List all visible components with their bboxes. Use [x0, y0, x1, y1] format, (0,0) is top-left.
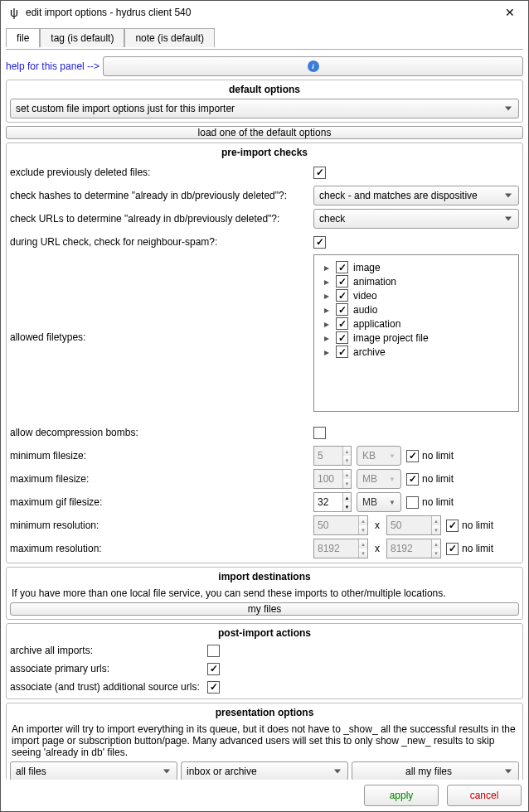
exclude-checkbox[interactable] — [313, 167, 326, 179]
archive-checkbox[interactable] — [207, 645, 220, 657]
maxfs-input — [314, 470, 342, 488]
maxres-w-input — [314, 539, 358, 558]
pres-sel2[interactable]: inbox or archive — [181, 761, 348, 780]
cancel-label: cancel — [470, 790, 499, 801]
filetype-checkbox[interactable] — [336, 346, 348, 358]
maxgif-input[interactable] — [314, 493, 342, 511]
pres-sel2-value: inbox or archive — [187, 766, 257, 777]
filetype-checkbox[interactable] — [336, 331, 348, 344]
minfs-unit-value: KB — [362, 450, 376, 462]
filetype-animation[interactable]: ▸animation — [323, 274, 510, 288]
apply-button[interactable]: apply — [364, 785, 439, 806]
decomp-label: allow decompression bombs: — [10, 427, 308, 438]
primary-row: associate primary urls: — [10, 660, 519, 677]
footer: apply cancel — [1, 780, 528, 811]
help-label: help for this panel --> — [6, 60, 99, 72]
tab-note[interactable]: note (is default) — [124, 28, 215, 47]
close-icon[interactable]: ✕ — [493, 2, 527, 23]
filetype-image[interactable]: ▸image — [323, 260, 510, 274]
pres-title: presentation options — [10, 705, 519, 720]
additional-checkbox[interactable] — [207, 681, 220, 694]
minfs-row: minimum filesize: ▲▼ KB▼ no limit — [10, 445, 519, 466]
post-title: post-import actions — [10, 626, 519, 640]
chevron-right-icon[interactable]: ▸ — [323, 262, 331, 273]
maxgif-unit[interactable]: MB▼ — [357, 492, 401, 512]
maxfs-unit-value: MB — [362, 473, 377, 485]
primary-checkbox[interactable] — [207, 663, 220, 675]
pres-selects: all files inbox or archive all my files — [10, 761, 519, 780]
pres-group: presentation options An importer will tr… — [6, 703, 523, 780]
decomp-checkbox[interactable] — [313, 427, 326, 439]
maxgif-nolimit-checkbox[interactable] — [406, 496, 419, 509]
pres-sel1[interactable]: all files — [10, 761, 177, 780]
load-defaults-button[interactable]: load one of the default options — [6, 126, 523, 139]
filetype-label: audio — [353, 304, 377, 316]
maxgif-spinner[interactable]: ▲▼ — [313, 492, 352, 512]
chevron-right-icon[interactable]: ▸ — [323, 304, 331, 316]
url-label: check URLs to determine "already in db/p… — [10, 213, 308, 225]
filetype-label: video — [353, 290, 377, 302]
dest-myfiles-label: my files — [248, 603, 282, 615]
filetype-label: image project file — [353, 332, 429, 344]
chevron-right-icon[interactable]: ▸ — [323, 276, 331, 288]
primary-label: associate primary urls: — [10, 663, 202, 674]
maxfs-nolimit-label: no limit — [422, 473, 454, 485]
url-select[interactable]: check — [313, 209, 519, 229]
chevron-right-icon[interactable]: ▸ — [323, 290, 331, 302]
maxres-h-spinner: ▲▼ — [386, 539, 441, 558]
tab-tag[interactable]: tag (is default) — [40, 28, 124, 47]
maxfs-nolimit-checkbox[interactable] — [406, 473, 419, 486]
client-area: file tag (is default) note (is default) … — [1, 24, 528, 780]
minres-nolimit-checkbox[interactable] — [446, 520, 459, 532]
maxres-row: maximum resolution: ▲▼ x ▲▼ no limit — [10, 538, 519, 559]
dest-title: import destinations — [10, 569, 519, 584]
maxgif-row: maximum gif filesize: ▲▼ MB▼ no limit — [10, 491, 519, 513]
cancel-button[interactable]: cancel — [447, 785, 522, 806]
pres-sel1-value: all files — [16, 766, 46, 777]
neighbour-label: during URL check, check for neighbour-sp… — [10, 236, 308, 248]
url-row: check URLs to determine "already in db/p… — [10, 208, 519, 230]
dest-text: If you have more than one local file ser… — [10, 586, 519, 601]
pres-sel3[interactable]: all my files — [352, 761, 519, 780]
filetype-checkbox[interactable] — [336, 261, 348, 273]
defaults-title: default options — [10, 82, 519, 97]
maxres-nolimit-checkbox[interactable] — [446, 543, 459, 555]
dest-myfiles-button[interactable]: my files — [10, 602, 519, 616]
window-title: edit import options - hydrus client 540 — [26, 7, 493, 18]
defaults-select[interactable]: set custom file import options just for … — [10, 99, 519, 118]
maxgif-nolimit-label: no limit — [422, 496, 454, 508]
minfs-nolimit-checkbox[interactable] — [406, 450, 419, 462]
chevron-right-icon[interactable]: ▸ — [323, 318, 331, 330]
tab-bar: file tag (is default) note (is default) — [6, 27, 523, 46]
filetypes-tree[interactable]: ▸image ▸animation ▸video ▸audio ▸applica… — [313, 254, 519, 412]
filetype-application[interactable]: ▸application — [323, 317, 510, 331]
pre-import-group: pre-import checks exclude previously del… — [6, 143, 523, 563]
pre-import-title: pre-import checks — [10, 145, 519, 160]
filetype-checkbox[interactable] — [336, 289, 348, 302]
maxfs-spinner: ▲▼ — [313, 469, 352, 489]
maxgif-label: maximum gif filesize: — [10, 496, 308, 508]
defaults-select-value: set custom file import options just for … — [16, 103, 235, 114]
minres-h-spinner: ▲▼ — [386, 515, 441, 535]
apply-label: apply — [390, 790, 414, 801]
chevron-right-icon[interactable]: ▸ — [323, 332, 331, 344]
filetype-checkbox[interactable] — [336, 303, 348, 316]
neighbour-checkbox[interactable] — [313, 236, 326, 249]
filetype-video[interactable]: ▸video — [323, 288, 510, 302]
dest-group: import destinations If you have more tha… — [6, 567, 523, 620]
titlebar: ψ edit import options - hydrus client 54… — [1, 1, 528, 24]
maxgif-unit-value: MB — [362, 496, 377, 508]
help-button[interactable]: i — [103, 56, 523, 76]
filetype-checkbox[interactable] — [336, 275, 348, 288]
filetype-archive[interactable]: ▸archive — [323, 345, 510, 359]
maxres-h-input — [387, 539, 431, 558]
hash-select[interactable]: check - and matches are dispositive — [313, 186, 519, 205]
additional-label: associate (and trust) additional source … — [10, 681, 202, 693]
maxfs-row: maximum filesize: ▲▼ MB▼ no limit — [10, 468, 519, 490]
tab-file[interactable]: file — [6, 28, 40, 47]
chevron-right-icon[interactable]: ▸ — [323, 346, 331, 358]
filetype-checkbox[interactable] — [336, 317, 348, 330]
filetype-image-project[interactable]: ▸image project file — [323, 331, 510, 345]
filetype-audio[interactable]: ▸audio — [323, 302, 510, 317]
filetypes-row: allowed filetypes: ▸image ▸animation ▸vi… — [10, 254, 519, 420]
